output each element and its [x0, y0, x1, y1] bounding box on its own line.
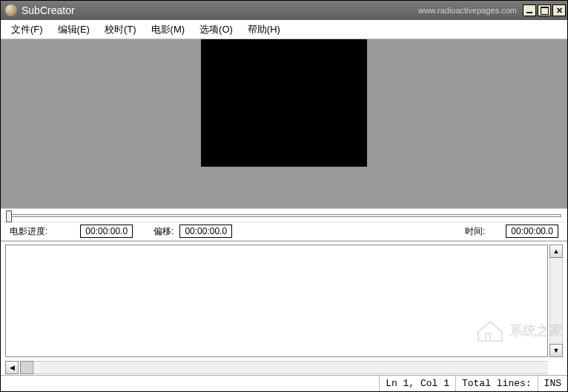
statusbar: Ln 1, Col 1 Total lines: INS: [1, 375, 567, 391]
hscroll-track[interactable]: [33, 361, 548, 374]
vscroll-track[interactable]: [549, 258, 563, 344]
menu-movie[interactable]: 电影(M): [144, 20, 193, 39]
menu-help[interactable]: 帮助(H): [240, 20, 288, 39]
scroll-left-icon[interactable]: ◀: [5, 361, 19, 374]
app-window: SubCreator www.radioactivepages.com 文件(F…: [0, 0, 568, 392]
minimize-button[interactable]: [523, 4, 536, 16]
menu-options[interactable]: 选项(O): [192, 20, 240, 39]
menu-file[interactable]: 文件(F): [4, 20, 50, 39]
menubar: 文件(F) 编辑(E) 校时(T) 电影(M) 选项(O) 帮助(H): [1, 20, 567, 39]
timeline-thumb[interactable]: [6, 210, 12, 222]
video-frame: [201, 39, 367, 167]
status-ln-col: Ln 1, Col 1: [379, 376, 455, 391]
titlebar: SubCreator www.radioactivepages.com: [1, 1, 567, 20]
titlebar-url: www.radioactivepages.com: [418, 6, 517, 15]
app-icon: [5, 4, 17, 16]
scroll-up-icon[interactable]: ▲: [549, 245, 563, 258]
vertical-scrollbar[interactable]: ▲ ▼: [549, 245, 563, 357]
timeline-slider[interactable]: [7, 214, 561, 217]
app-title: SubCreator: [22, 4, 75, 16]
hscroll-grip-icon[interactable]: [20, 361, 33, 374]
menu-timing[interactable]: 校时(T): [97, 20, 144, 39]
scroll-down-icon[interactable]: ▼: [549, 344, 563, 357]
horizontal-scrollbar-row: ◀: [1, 360, 567, 375]
close-button[interactable]: [552, 4, 566, 16]
offset-field[interactable]: 00:00:00.0: [179, 225, 232, 238]
time-label: 时间:: [465, 225, 485, 238]
maximize-button[interactable]: [538, 4, 551, 16]
subtitle-editor-area: ▲ ▼ 系统之家: [1, 241, 567, 360]
timeline-slider-row: [1, 208, 567, 222]
status-total-lines: Total lines:: [455, 376, 538, 391]
movie-progress-field[interactable]: 00:00:00.0: [80, 225, 133, 238]
status-ins: INS: [538, 376, 567, 391]
video-preview-area: [1, 39, 567, 208]
scroll-corner: [549, 361, 563, 374]
menu-edit[interactable]: 编辑(E): [50, 20, 97, 39]
subtitle-textarea[interactable]: [5, 245, 548, 357]
movie-progress-label: 电影进度:: [10, 225, 47, 238]
info-row: 电影进度: 00:00:00.0 偏移: 00:00:00.0 时间: 00:0…: [1, 222, 567, 241]
offset-label: 偏移:: [153, 225, 174, 238]
time-field[interactable]: 00:00:00.0: [506, 225, 558, 238]
